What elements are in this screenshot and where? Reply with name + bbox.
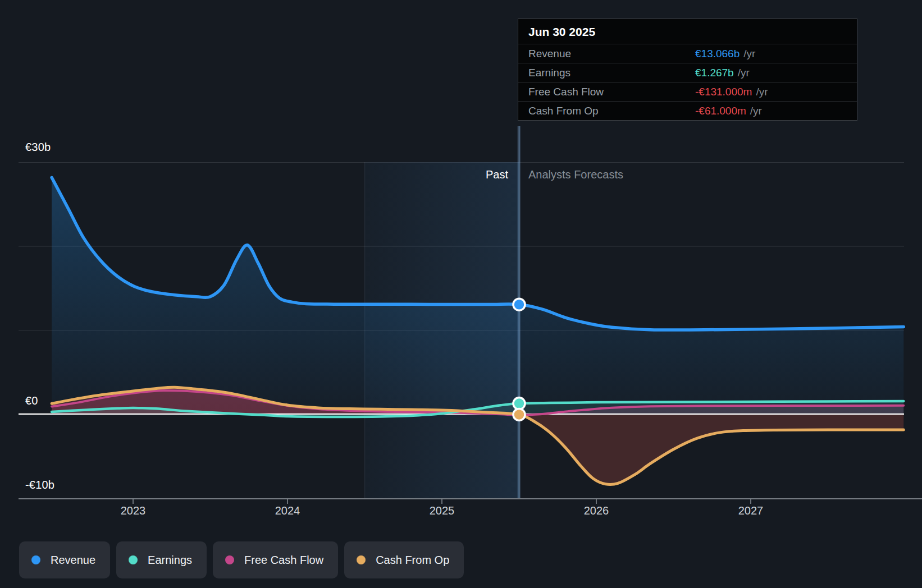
legend: Revenue Earnings Free Cash Flow Cash Fro… — [19, 541, 464, 578]
earnings-dot-icon — [129, 555, 138, 564]
y-axis-label-30b: €30b — [25, 141, 51, 154]
revenue-marker — [513, 298, 525, 310]
cash-from-op-marker — [513, 408, 525, 420]
data-tooltip: Jun 30 2025 Revenue €13.066b /yr Earning… — [518, 19, 857, 121]
legend-label: Cash From Op — [376, 554, 449, 567]
tooltip-row-free-cash-flow: Free Cash Flow -€131.000m /yr — [518, 82, 857, 101]
tooltip-value: €1.267b — [695, 67, 734, 79]
legend-item-cash-from-op[interactable]: Cash From Op — [344, 541, 464, 578]
tooltip-label: Cash From Op — [528, 105, 695, 117]
tooltip-value: -€131.000m — [695, 86, 752, 98]
tooltip-row-cash-from-op: Cash From Op -€61.000m /yr — [518, 101, 857, 120]
x-axis-label-2025: 2025 — [417, 504, 467, 517]
legend-label: Revenue — [51, 554, 95, 567]
tooltip-row-earnings: Earnings €1.267b /yr — [518, 63, 857, 82]
legend-item-earnings[interactable]: Earnings — [116, 541, 207, 578]
free-cash-flow-dot-icon — [225, 555, 234, 564]
tooltip-label: Earnings — [528, 67, 695, 79]
forecast-region-label: Analysts Forecasts — [528, 168, 623, 181]
tooltip-suffix: /yr — [750, 105, 762, 117]
x-axis-label-2027: 2027 — [725, 504, 776, 517]
x-axis-label-2023: 2023 — [108, 504, 158, 517]
tooltip-suffix: /yr — [743, 48, 755, 60]
tooltip-suffix: /yr — [738, 67, 750, 79]
x-axis-label-2024: 2024 — [262, 504, 313, 517]
cash-flow-chart-page: €30b €0 -€10b 2023 2024 2025 2026 2027 P… — [0, 0, 922, 588]
tooltip-suffix: /yr — [756, 86, 768, 98]
legend-label: Free Cash Flow — [244, 554, 323, 567]
tooltip-label: Revenue — [528, 48, 695, 60]
tooltip-value: -€61.000m — [695, 105, 746, 117]
past-region-label: Past — [393, 168, 508, 181]
earnings-marker — [513, 398, 525, 410]
y-axis-label-neg10b: -€10b — [25, 479, 54, 491]
legend-item-revenue[interactable]: Revenue — [19, 541, 110, 578]
tooltip-label: Free Cash Flow — [528, 86, 695, 98]
x-axis-label-2026: 2026 — [571, 504, 622, 517]
y-axis-label-0: €0 — [25, 394, 38, 407]
revenue-dot-icon — [31, 555, 40, 564]
legend-label: Earnings — [148, 554, 192, 567]
tooltip-date: Jun 30 2025 — [518, 19, 857, 44]
tooltip-value: €13.066b — [695, 48, 740, 60]
tooltip-row-revenue: Revenue €13.066b /yr — [518, 44, 857, 63]
cash-from-op-dot-icon — [357, 555, 366, 564]
legend-item-free-cash-flow[interactable]: Free Cash Flow — [213, 541, 338, 578]
